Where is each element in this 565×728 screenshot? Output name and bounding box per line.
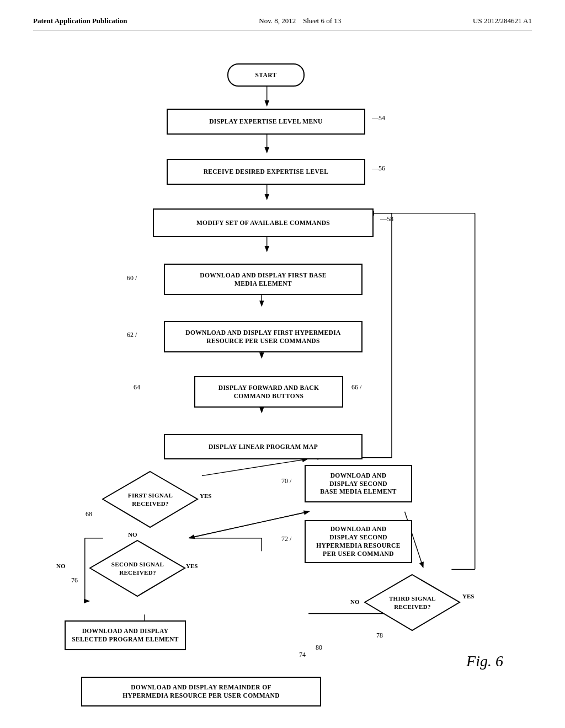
node-60: DOWNLOAD AND DISPLAY FIRST BASEMEDIA ELE… xyxy=(164,264,363,295)
node-54: DISPLAY EXPERTISE LEVEL MENU xyxy=(167,109,365,135)
header-date: Nov. 8, 2012 Sheet 6 of 13 xyxy=(259,17,341,25)
no-label-68: NO xyxy=(128,531,137,538)
ref-58: —58 xyxy=(380,215,393,223)
ref-62-label: 62 / xyxy=(127,331,137,339)
ref-76-label: 76 xyxy=(71,576,78,585)
ref-78: 78 xyxy=(376,631,383,640)
ref-60-label: 60 / xyxy=(127,274,137,282)
svg-line-12 xyxy=(202,459,307,476)
node-60-label: DOWNLOAD AND DISPLAY FIRST BASEMEDIA ELE… xyxy=(200,271,326,288)
ref-80: 80 xyxy=(316,644,322,652)
fig-label: Fig. 6 xyxy=(466,652,503,670)
node-72-label: DOWNLOAD ANDDISPLAY SECONDHYPERMEDIA RES… xyxy=(316,525,401,558)
page: Patent Application Publication Nov. 8, 2… xyxy=(0,0,565,728)
node-56-label: RECEIVE DESIRED EXPERTISE LEVEL xyxy=(204,168,329,176)
node-second-signal: SECOND SIGNALRECEIVED? xyxy=(89,539,186,597)
node-54-label: DISPLAY EXPERTISE LEVEL MENU xyxy=(209,117,323,126)
ref-72: 72 / xyxy=(281,535,291,543)
svg-line-21 xyxy=(189,512,308,538)
node-76-label: DOWNLOAD AND DISPLAYSELECTED PROGRAM ELE… xyxy=(72,627,179,644)
second-signal-label: SECOND SIGNALRECEIVED? xyxy=(111,560,164,576)
yes-label-third: YES xyxy=(462,593,474,599)
ref-56: —56 xyxy=(372,164,385,173)
ref-74: 74 xyxy=(299,651,306,659)
node-68-label: FIRST SIGNALRECEIVED? xyxy=(128,491,173,507)
no-label-third: NO xyxy=(350,598,360,605)
ref-54: —54 xyxy=(372,114,385,122)
node-final: DOWNLOAD AND DISPLAY REMAINDER OFHYPERME… xyxy=(81,677,321,706)
node-final-label: DOWNLOAD AND DISPLAY REMAINDER OFHYPERME… xyxy=(122,683,280,700)
start-node: START xyxy=(227,63,305,87)
ref-70: 70 / xyxy=(281,477,291,485)
node-62: DOWNLOAD AND DISPLAY FIRST HYPERMEDIARES… xyxy=(164,321,363,352)
node-66-label: DISPLAY FORWARD AND BACKCOMMAND BUTTONS xyxy=(218,384,319,400)
node-58-label: MODIFY SET OF AVAILABLE COMMANDS xyxy=(196,219,330,227)
node-62-label: DOWNLOAD AND DISPLAY FIRST HYPERMEDIARES… xyxy=(185,329,340,345)
third-signal-label: THIRD SIGNALRECEIVED? xyxy=(389,595,436,611)
page-header: Patent Application Publication Nov. 8, 2… xyxy=(33,17,532,30)
node-68: FIRST SIGNALRECEIVED? xyxy=(102,470,199,528)
yes-label-second: YES xyxy=(186,563,198,569)
no-label-second: NO xyxy=(56,563,66,569)
header-publication-label: Patent Application Publication xyxy=(33,17,127,25)
svg-line-28 xyxy=(190,512,308,538)
start-label: START xyxy=(255,71,277,79)
node-third-signal: THIRD SIGNALRECEIVED? xyxy=(364,574,461,631)
header-patent-number: US 2012/284621 A1 xyxy=(473,17,532,25)
node-56: RECEIVE DESIRED EXPERTISE LEVEL xyxy=(167,159,365,185)
node-72: DOWNLOAD ANDDISPLAY SECONDHYPERMEDIA RES… xyxy=(305,520,412,563)
ref-68: 68 xyxy=(86,510,92,518)
node-76: DOWNLOAD AND DISPLAYSELECTED PROGRAM ELE… xyxy=(65,620,186,650)
flowchart: START DISPLAY EXPERTISE LEVEL MENU —54 R… xyxy=(45,47,520,681)
ref-66-label: 66 / xyxy=(351,383,361,392)
node-66: DISPLAY FORWARD AND BACKCOMMAND BUTTONS xyxy=(194,376,343,408)
yes-label-68: YES xyxy=(200,493,211,499)
node-70-label: DOWNLOAD ANDDISPLAY SECONDBASE MEDIA ELE… xyxy=(320,472,397,496)
node-58: MODIFY SET OF AVAILABLE COMMANDS xyxy=(153,208,374,237)
node-map-label: DISPLAY LINEAR PROGRAM MAP xyxy=(209,443,318,451)
ref-64-label: 64 xyxy=(134,383,140,392)
node-70: DOWNLOAD ANDDISPLAY SECONDBASE MEDIA ELE… xyxy=(305,465,412,502)
node-map: DISPLAY LINEAR PROGRAM MAP xyxy=(164,434,363,459)
